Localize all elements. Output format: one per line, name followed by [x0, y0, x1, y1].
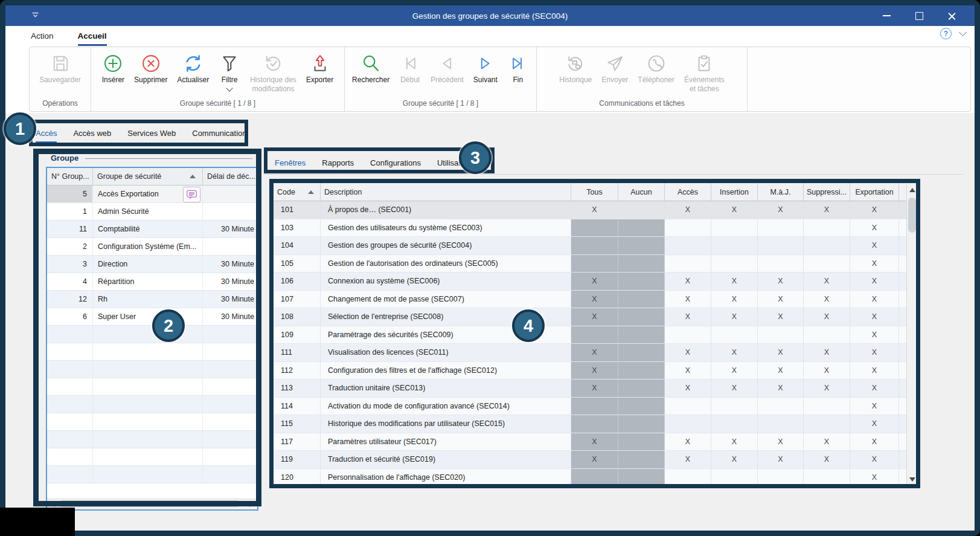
- aucun-cell[interactable]: [618, 362, 665, 379]
- maj-cell[interactable]: [758, 237, 804, 254]
- vertical-scroll-thumb[interactable]: [908, 198, 916, 233]
- permission-row-115[interactable]: 115Historique des modifications par util…: [274, 415, 917, 433]
- maj-cell[interactable]: X: [758, 379, 804, 397]
- skip-start-button[interactable]: Début: [394, 53, 426, 85]
- exportation-cell[interactable]: X: [850, 326, 899, 344]
- insertion-cell[interactable]: X: [711, 362, 758, 379]
- aucun-cell[interactable]: [618, 291, 665, 308]
- permission-row-113[interactable]: 113Traduction unitaire (SEC013)XXXXXX: [274, 379, 917, 398]
- group-table-horizontal-scrollbar[interactable]: [47, 499, 257, 509]
- filter-button[interactable]: Filtre: [214, 53, 245, 91]
- search-button[interactable]: Rechercher: [347, 53, 394, 85]
- exportation-cell[interactable]: X: [850, 469, 899, 486]
- tous-cell[interactable]: [571, 237, 618, 254]
- insertion-cell[interactable]: X: [711, 291, 758, 308]
- events-tasks-button[interactable]: Événements et tâches: [679, 53, 729, 94]
- insertion-cell[interactable]: X: [711, 451, 758, 468]
- quick-access-toolbar-icon[interactable]: [31, 10, 39, 21]
- exportation-cell[interactable]: X: [850, 237, 899, 254]
- column-header-acces[interactable]: Accès: [665, 183, 711, 201]
- permission-row-114[interactable]: 114Activation du mode de configuration a…: [274, 398, 917, 416]
- scroll-left-icon[interactable]: [51, 501, 55, 507]
- insertion-cell[interactable]: [711, 237, 758, 254]
- insertion-cell[interactable]: X: [711, 344, 758, 361]
- group-row-direction[interactable]: 3Direction30 Minute: [47, 256, 257, 273]
- tous-cell[interactable]: X: [571, 201, 618, 219]
- insertion-cell[interactable]: X: [711, 379, 758, 397]
- help-icon[interactable]: ?: [940, 28, 952, 39]
- acces-cell[interactable]: [665, 255, 711, 273]
- aucun-cell[interactable]: [618, 451, 665, 468]
- save-button[interactable]: Sauvegarder: [34, 53, 86, 85]
- tous-cell[interactable]: [571, 219, 618, 237]
- maj-cell[interactable]: X: [758, 344, 804, 361]
- tous-cell[interactable]: [571, 255, 618, 273]
- maximize-button[interactable]: [903, 5, 935, 26]
- next-button[interactable]: Suivant: [469, 53, 502, 85]
- acces-cell[interactable]: X: [665, 362, 711, 379]
- tous-cell[interactable]: X: [571, 379, 618, 397]
- permission-row-120[interactable]: 120Personnalisation de l'affichage (SEC0…: [274, 469, 917, 487]
- history-check-button[interactable]: Historique des modifications: [245, 53, 301, 94]
- aucun-cell[interactable]: [618, 379, 665, 397]
- permission-row-119[interactable]: 119Traduction et sécurité (SEC019)XXXXXX: [274, 451, 917, 469]
- exportation-cell[interactable]: X: [850, 201, 899, 219]
- insertion-cell[interactable]: [711, 415, 758, 433]
- maj-cell[interactable]: [758, 415, 804, 433]
- insertion-cell[interactable]: X: [711, 201, 758, 219]
- maj-cell[interactable]: X: [758, 291, 804, 308]
- delete-button[interactable]: Supprimer: [129, 53, 172, 85]
- permission-row-106[interactable]: 106Connexion au système (SEC006)XXXXXX: [274, 273, 917, 291]
- tous-cell[interactable]: X: [571, 344, 618, 361]
- minimize-button[interactable]: [870, 5, 903, 26]
- suppression-cell[interactable]: [804, 219, 850, 237]
- column-header-insertion[interactable]: Insertion: [711, 183, 758, 201]
- acces-cell[interactable]: [665, 398, 711, 415]
- column-header-code[interactable]: Code: [274, 183, 321, 201]
- tous-cell[interactable]: X: [571, 273, 618, 290]
- insert-button[interactable]: Insérer: [97, 53, 129, 85]
- tous-cell[interactable]: [571, 326, 618, 344]
- tab-fenetres[interactable]: Fenêtres: [275, 158, 306, 173]
- suppression-cell[interactable]: X: [804, 344, 850, 361]
- column-header-groupe-securite[interactable]: Groupe de sécurité: [93, 168, 203, 185]
- tab-services-web[interactable]: Services Web: [127, 129, 176, 143]
- exportation-cell[interactable]: X: [850, 415, 899, 433]
- exportation-cell[interactable]: X: [850, 362, 899, 379]
- suppression-cell[interactable]: X: [804, 362, 850, 379]
- group-row-comptabilite[interactable]: 11Comptabilité30 Minute: [47, 221, 257, 238]
- suppression-cell[interactable]: X: [804, 451, 850, 468]
- collapse-ribbon-icon[interactable]: [959, 28, 967, 36]
- tab-acces[interactable]: Accès: [36, 129, 57, 143]
- aucun-cell[interactable]: [618, 237, 665, 254]
- exportation-cell[interactable]: X: [850, 255, 899, 273]
- exportation-cell[interactable]: X: [850, 398, 899, 415]
- exportation-cell[interactable]: X: [850, 451, 899, 468]
- refresh-button[interactable]: Actualiser: [172, 53, 214, 85]
- insertion-cell[interactable]: [711, 398, 758, 415]
- acces-cell[interactable]: [665, 219, 711, 237]
- insertion-cell[interactable]: [711, 255, 758, 273]
- exportation-cell[interactable]: X: [850, 308, 899, 326]
- tous-cell[interactable]: [571, 415, 618, 433]
- close-button[interactable]: [935, 5, 968, 26]
- exportation-cell[interactable]: X: [850, 433, 899, 451]
- tous-cell[interactable]: X: [571, 308, 618, 326]
- skip-end-button[interactable]: Fin: [502, 53, 534, 85]
- tous-cell[interactable]: X: [571, 433, 618, 451]
- maj-cell[interactable]: [758, 219, 804, 237]
- tous-cell[interactable]: [571, 469, 618, 486]
- acces-cell[interactable]: X: [665, 433, 711, 451]
- suppression-cell[interactable]: [804, 326, 850, 344]
- suppression-cell[interactable]: [804, 398, 850, 415]
- permissions-table-vertical-scrollbar[interactable]: [906, 183, 917, 486]
- insertion-cell[interactable]: X: [711, 308, 758, 326]
- permission-row-104[interactable]: 104Gestion des groupes de sécurité (SEC0…: [274, 237, 917, 255]
- maj-cell[interactable]: X: [758, 308, 804, 326]
- maj-cell[interactable]: [758, 255, 804, 273]
- maj-cell[interactable]: X: [758, 273, 804, 290]
- comment-button[interactable]: [183, 187, 200, 202]
- permission-row-105[interactable]: 105Gestion de l'autorisation des ordinat…: [274, 255, 917, 273]
- scroll-down-icon[interactable]: [909, 477, 915, 482]
- suppression-cell[interactable]: [804, 415, 850, 433]
